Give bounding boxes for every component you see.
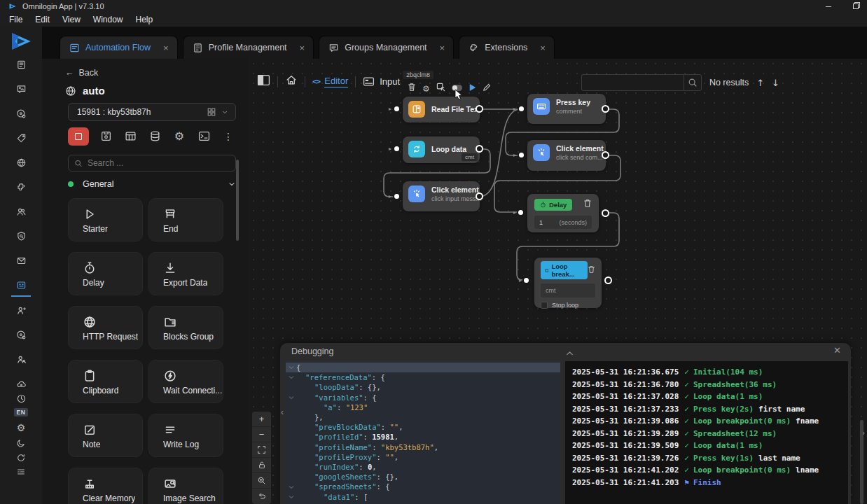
json-line[interactable]: "variables": { <box>286 393 560 402</box>
close-icon[interactable]: ✕ <box>833 345 841 356</box>
json-line[interactable]: "loopData": {}, <box>286 382 560 392</box>
search-prev-icon[interactable]: ↑ <box>756 78 764 88</box>
node-loop-data[interactable]: Loop data cmt <box>403 136 480 163</box>
json-line[interactable]: "profileProxy": "", <box>286 452 560 462</box>
json-line[interactable]: "prevBlockData": "", <box>286 422 560 432</box>
block-card[interactable]: Delay <box>68 252 143 295</box>
sidebar-scrollbar[interactable] <box>236 160 239 241</box>
block-card[interactable]: Export Data <box>148 252 223 295</box>
database-button[interactable] <box>147 129 162 144</box>
rail-icon[interactable] <box>0 302 42 321</box>
input-port[interactable] <box>518 105 525 113</box>
output-port[interactable] <box>602 151 609 159</box>
node-read-file-text[interactable]: Read File Text <box>403 97 480 122</box>
tab-close-icon[interactable]: × <box>163 43 169 52</box>
select-element-icon[interactable] <box>436 82 445 94</box>
rail-icon[interactable] <box>0 227 42 247</box>
lock-button[interactable] <box>252 458 271 473</box>
json-line[interactable]: { <box>286 363 560 372</box>
debug-panel-header[interactable]: Debugging ✕ <box>280 343 851 360</box>
json-line[interactable]: "a": "123" <box>286 402 560 412</box>
json-line[interactable]: "spreadSheets": { <box>286 482 560 491</box>
minimize-button[interactable]: ─ <box>824 2 833 10</box>
edit-pencil-icon[interactable] <box>483 82 491 94</box>
zoom-out-button[interactable]: − <box>252 427 271 442</box>
rail-icon[interactable] <box>0 130 42 149</box>
loop-break-comment-field[interactable]: cmt <box>541 284 595 298</box>
settings-button[interactable]: ⚙ <box>172 129 187 144</box>
panel-toggle-icon[interactable] <box>257 74 270 89</box>
output-port[interactable] <box>476 145 483 153</box>
node-press-key[interactable]: Press key comment <box>527 94 606 124</box>
input-port[interactable] <box>393 145 401 153</box>
input-port[interactable] <box>522 276 530 284</box>
input-port[interactable] <box>517 209 525 216</box>
output-port[interactable] <box>604 276 612 284</box>
table-button[interactable] <box>123 129 138 144</box>
window-scrollbar[interactable]: › <box>856 59 867 504</box>
delete-node-icon[interactable] <box>583 198 592 211</box>
canvas-search-box[interactable] <box>581 74 684 91</box>
input-port[interactable] <box>393 192 401 200</box>
scroll-right-icon[interactable]: › <box>862 428 865 437</box>
collapse-chevron-icon[interactable] <box>566 346 574 359</box>
output-port[interactable] <box>602 105 609 113</box>
canvas-search-input[interactable] <box>582 75 684 90</box>
rail-icon[interactable] <box>0 326 42 346</box>
rail-icon[interactable] <box>0 80 42 100</box>
menu-item[interactable]: Edit <box>29 13 56 26</box>
canvas-search-button[interactable] <box>684 74 702 91</box>
loop-break-pill[interactable]: Loop break... <box>541 261 588 279</box>
menu-item[interactable]: Window <box>87 13 130 26</box>
node-click-element-1[interactable]: Click element click input mess... <box>403 181 480 211</box>
save-button[interactable] <box>98 129 113 144</box>
output-port[interactable] <box>476 192 483 200</box>
json-line[interactable]: "referenceData": { <box>286 372 560 382</box>
undo-button[interactable] <box>252 489 271 504</box>
menu-item[interactable]: View <box>56 13 87 26</box>
input-port[interactable] <box>393 105 401 113</box>
tab-close-icon[interactable]: × <box>300 43 305 52</box>
block-search-input[interactable] <box>88 158 230 168</box>
tab[interactable]: Profile Management × <box>183 36 314 59</box>
terminal-button[interactable] <box>196 129 211 144</box>
json-line[interactable]: "runIndex": 0, <box>286 462 560 472</box>
log-list-icon[interactable] <box>0 462 42 482</box>
json-line[interactable]: }, <box>286 412 560 422</box>
tab-close-icon[interactable]: × <box>440 43 445 52</box>
block-card[interactable]: End <box>148 198 223 241</box>
rail-icon[interactable] <box>0 178 42 198</box>
block-settings-gear-icon[interactable]: ⚙ <box>422 82 430 94</box>
menu-item[interactable]: File <box>3 13 29 26</box>
rail-icon[interactable] <box>0 56 42 76</box>
delay-seconds-field[interactable]: 1 (seconds) <box>534 216 592 229</box>
json-line[interactable]: "profileId": 15981, <box>286 432 560 442</box>
block-card[interactable]: Image Search <box>148 468 223 504</box>
tab[interactable]: Groups Management × <box>319 36 454 59</box>
node-loop-break[interactable]: Loop break... cmt Stop loop <box>534 258 602 308</box>
block-card[interactable]: Wait Connecti... <box>148 360 223 403</box>
run-block-play-icon[interactable] <box>469 82 476 94</box>
editor-view-link[interactable]: <> Editor <box>312 76 348 88</box>
json-line[interactable]: "data1": [ <box>286 492 560 502</box>
zoom-area-button[interactable] <box>252 473 271 489</box>
tab[interactable]: Extensions × <box>459 36 555 59</box>
node-click-element-2[interactable]: Click element click send com... <box>527 140 606 171</box>
restore-button[interactable] <box>852 2 861 10</box>
rail-icon[interactable] <box>0 203 42 223</box>
node-delay[interactable]: Delay 1 (seconds) <box>527 194 599 232</box>
stop-loop-checkbox[interactable] <box>541 302 548 309</box>
block-card[interactable]: Write Log <box>148 414 223 457</box>
rail-icon[interactable] <box>0 351 42 370</box>
delete-node-icon[interactable] <box>588 264 595 276</box>
stop-button[interactable] <box>68 127 89 146</box>
rail-icon[interactable] <box>0 105 42 125</box>
input-port[interactable] <box>518 151 525 159</box>
rail-icon[interactable] <box>0 154 42 174</box>
profile-selector[interactable]: 15981 : kby53tb87h <box>68 103 236 121</box>
home-icon[interactable] <box>285 74 298 89</box>
search-next-icon[interactable]: ↓ <box>772 78 779 88</box>
block-card[interactable]: HTTP Request <box>68 306 143 349</box>
output-port[interactable] <box>602 209 609 217</box>
tab-close-icon[interactable]: × <box>540 43 546 52</box>
